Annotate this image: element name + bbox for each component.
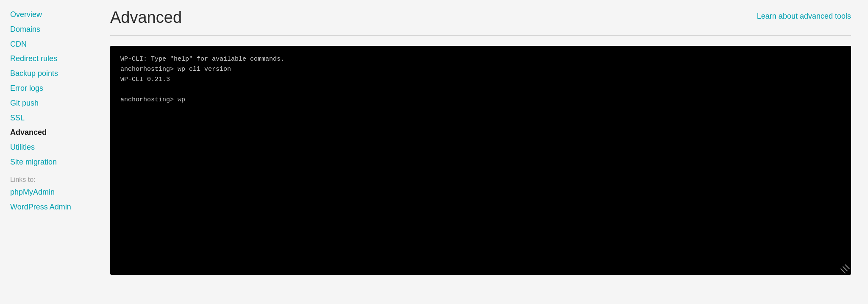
- page-title: Advanced: [110, 8, 182, 27]
- sidebar-item-wordpress-admin[interactable]: WordPress Admin: [10, 201, 83, 213]
- sidebar-item-advanced[interactable]: Advanced: [10, 126, 83, 139]
- sidebar-item-ssl[interactable]: SSL: [10, 112, 83, 124]
- sidebar-item-site-migration[interactable]: Site migration: [10, 156, 83, 168]
- terminal-container[interactable]: WP-CLI: Type "help" for available comman…: [110, 46, 851, 275]
- sidebar-item-git-push[interactable]: Git push: [10, 97, 83, 109]
- sidebar-item-backup-points[interactable]: Backup points: [10, 67, 83, 80]
- sidebar-item-utilities[interactable]: Utilities: [10, 141, 83, 153]
- main-content: Advanced Learn about advanced tools WP-C…: [93, 0, 868, 304]
- terminal-resize-handle[interactable]: [840, 264, 850, 274]
- learn-about-advanced-tools-link[interactable]: Learn about advanced tools: [757, 12, 851, 21]
- header-divider: [110, 35, 851, 36]
- page-header: Advanced Learn about advanced tools: [110, 8, 851, 27]
- sidebar-links-label: Links to:: [10, 176, 83, 184]
- sidebar-item-domains[interactable]: Domains: [10, 23, 83, 36]
- terminal-output: WP-CLI: Type "help" for available comman…: [110, 46, 851, 114]
- sidebar-item-phpmyadmin[interactable]: phpMyAdmin: [10, 186, 83, 198]
- sidebar-item-error-logs[interactable]: Error logs: [10, 82, 83, 95]
- sidebar-item-cdn[interactable]: CDN: [10, 38, 83, 50]
- sidebar-item-overview[interactable]: Overview: [10, 8, 83, 21]
- sidebar-item-redirect-rules[interactable]: Redirect rules: [10, 53, 83, 65]
- sidebar: Overview Domains CDN Redirect rules Back…: [0, 0, 93, 304]
